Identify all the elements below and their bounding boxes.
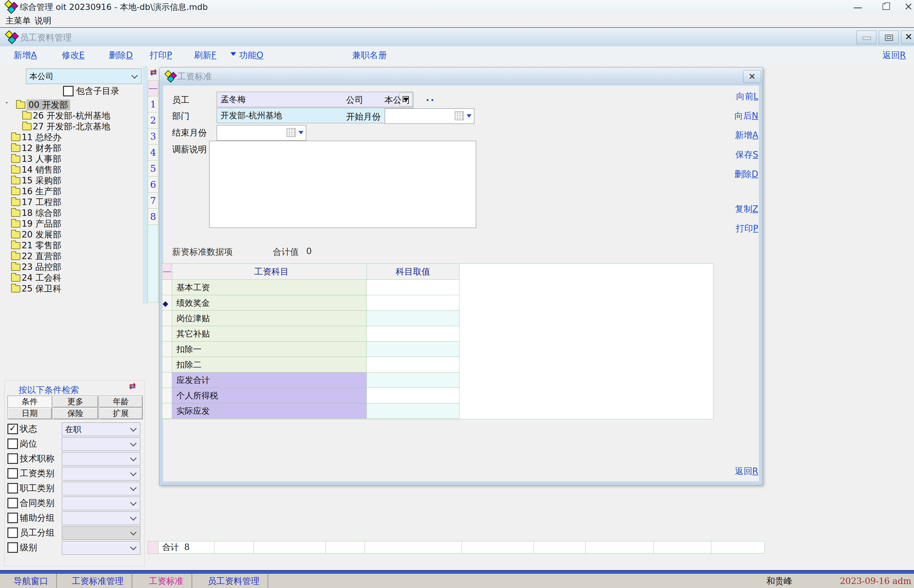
grid-cell-subject[interactable]: 应发合计: [172, 372, 367, 388]
filter-contract-type-select[interactable]: [62, 497, 140, 510]
dialog-save-button[interactable]: 保存S: [734, 149, 758, 161]
search-tab-age[interactable]: 年龄: [99, 396, 143, 408]
tree-item[interactable]: 26 开发部-杭州基地: [5, 110, 141, 121]
grid-row-gutter[interactable]: [162, 388, 172, 403]
dialog-copy-button[interactable]: 复制Z: [735, 203, 758, 215]
grid-cell-value[interactable]: [367, 388, 459, 403]
panel-swap-icon[interactable]: ⇄: [129, 382, 136, 389]
grid-row-gutter[interactable]: [162, 342, 172, 357]
search-tab-more[interactable]: 更多: [53, 396, 98, 408]
edit-button[interactable]: 修改E: [62, 49, 85, 61]
tree-item[interactable]: 24 工会科: [5, 272, 141, 283]
grid-cell-subject[interactable]: 个人所得税: [172, 388, 367, 403]
filter-status-checkbox[interactable]: [7, 424, 18, 434]
child-minimize-button[interactable]: [857, 31, 876, 44]
grid-cell-subject[interactable]: 实际应发: [172, 403, 367, 419]
statusbar-salary-std-mgmt[interactable]: 工资标准管理: [64, 574, 132, 588]
grid-cell-subject[interactable]: 岗位津贴: [172, 311, 367, 326]
child-close-icon[interactable]: ×: [901, 31, 914, 44]
grid-cell-subject[interactable]: 扣除一: [172, 342, 367, 357]
statusbar-nav-window[interactable]: 导航窗口: [6, 574, 57, 588]
refresh-button[interactable]: 刷新F: [194, 49, 216, 61]
delete-button[interactable]: 删除D: [109, 49, 133, 61]
filter-worker-type-select[interactable]: [62, 482, 140, 495]
tree-item[interactable]: 18 综合部: [5, 208, 141, 218]
note-textarea[interactable]: [209, 141, 476, 228]
grid-row-gutter[interactable]: [162, 372, 172, 388]
minimize-button[interactable]: [849, 0, 866, 14]
add-button[interactable]: 新增A: [14, 49, 37, 61]
grid-row-gutter[interactable]: [162, 357, 172, 372]
roster-button[interactable]: 兼职名册: [352, 49, 387, 61]
filter-post-checkbox[interactable]: [7, 439, 18, 449]
dialog-delete-button[interactable]: 删除D: [734, 168, 758, 180]
grid-cell-value[interactable]: [367, 372, 459, 388]
grid-cell-value[interactable]: [367, 342, 459, 357]
row-number-cell[interactable]: 6: [148, 176, 159, 193]
tree-item[interactable]: 14 销售部: [5, 164, 141, 175]
grid-cell-value[interactable]: [367, 295, 459, 311]
statusbar-salary-std[interactable]: 工资标准: [141, 574, 192, 588]
close-icon[interactable]: ×: [900, 0, 914, 14]
print-button[interactable]: 打印P: [150, 49, 172, 61]
search-tab-insurance[interactable]: 保险: [53, 407, 98, 419]
search-tab-date[interactable]: 日期: [7, 407, 52, 419]
filter-salary-type-select[interactable]: [62, 467, 140, 481]
filter-grade-select[interactable]: [62, 541, 140, 555]
calendar-dropdown-icon[interactable]: [467, 114, 472, 120]
tree-item[interactable]: 19 产品部: [5, 218, 141, 229]
grid-cell-value[interactable]: [367, 403, 459, 419]
grid-cell-value[interactable]: [367, 280, 459, 295]
tree-item[interactable]: 15 采购部: [5, 175, 141, 186]
filter-grade-checkbox[interactable]: [7, 542, 18, 553]
filter-contract-type-checkbox[interactable]: [7, 498, 18, 508]
filter-salary-type-checkbox[interactable]: [7, 468, 18, 479]
row-number-cell[interactable]: 7: [148, 192, 159, 209]
dialog-next-button[interactable]: 向后N: [734, 110, 758, 122]
filter-post-select[interactable]: [62, 437, 140, 451]
filter-aux-group-select[interactable]: [62, 511, 140, 525]
filter-emp-group-select[interactable]: [62, 526, 140, 540]
filter-tech-title-select[interactable]: [62, 452, 140, 466]
filter-emp-group-checkbox[interactable]: [7, 527, 18, 538]
grid-row-gutter[interactable]: [162, 403, 172, 419]
grid-cell-subject[interactable]: 基本工资: [172, 280, 367, 295]
back-button[interactable]: 返回R: [882, 49, 906, 61]
department-select[interactable]: 开发部-杭州基地: [217, 108, 413, 123]
row-number-cell[interactable]: 1: [148, 96, 159, 112]
filter-worker-type-checkbox[interactable]: [7, 483, 18, 493]
filter-tech-title-checkbox[interactable]: [7, 453, 18, 464]
menu-help[interactable]: 说明: [32, 14, 54, 27]
grid-cell-value[interactable]: [367, 326, 459, 342]
grid-row-gutter[interactable]: ◆: [162, 295, 172, 311]
tree-item[interactable]: 12 财务部: [5, 143, 141, 153]
row-number-cell[interactable]: 8: [148, 208, 159, 225]
tree-item[interactable]: 17 工程部: [5, 197, 141, 208]
row-number-cell[interactable]: 4: [148, 144, 159, 161]
calendar-dropdown-icon[interactable]: [298, 131, 303, 137]
browse-dots-button[interactable]: ..: [426, 92, 435, 103]
dialog-prev-button[interactable]: 向前L: [734, 90, 758, 102]
grid-row-gutter[interactable]: [162, 326, 172, 342]
filter-aux-group-checkbox[interactable]: [7, 513, 18, 523]
search-tab-condition[interactable]: 条件: [7, 396, 52, 408]
start-month-field[interactable]: [385, 108, 474, 124]
tree-item[interactable]: 13 人事部: [5, 153, 141, 164]
search-tab-extend[interactable]: 扩展: [99, 407, 143, 419]
tree-item[interactable]: 11 总经办: [5, 132, 141, 143]
child-restore-button[interactable]: [879, 31, 899, 44]
grid-cell-value[interactable]: [367, 311, 459, 326]
tree-item[interactable]: 16 生产部: [5, 186, 141, 197]
tree-item[interactable]: 23 品控部: [5, 262, 141, 272]
row-number-cell[interactable]: 3: [148, 128, 159, 145]
grid-row-gutter[interactable]: [162, 280, 172, 295]
tree-item[interactable]: 25 保卫科: [5, 283, 141, 294]
grid-cell-value[interactable]: [367, 357, 459, 372]
end-month-field[interactable]: [217, 125, 306, 141]
filter-status-select[interactable]: 在职: [62, 422, 140, 436]
grid-cell-subject[interactable]: 其它补贴: [172, 326, 367, 342]
functions-button[interactable]: 功能O: [231, 49, 263, 61]
tree-item[interactable]: 27 开发部-北京基地: [5, 121, 141, 132]
company-select[interactable]: 本公司: [26, 69, 142, 84]
grid-cell-subject[interactable]: 绩效奖金: [172, 295, 367, 311]
